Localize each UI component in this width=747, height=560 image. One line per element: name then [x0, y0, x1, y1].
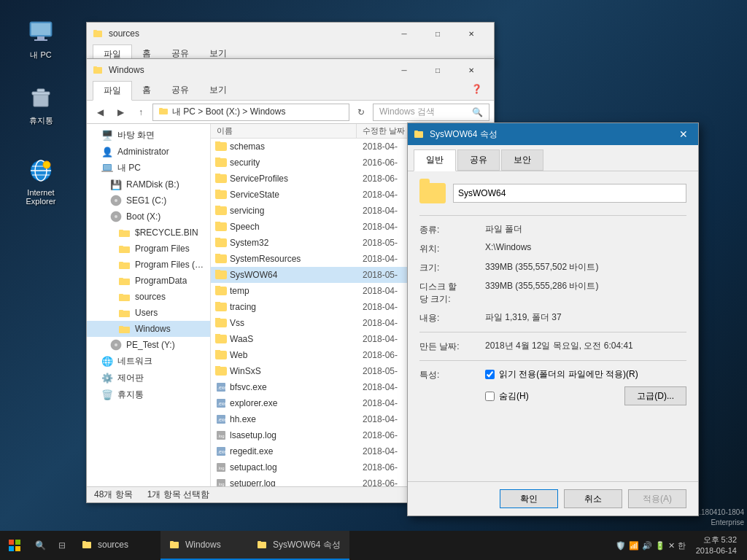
- dialog-tab-general[interactable]: 일반: [414, 149, 456, 171]
- cancel-button[interactable]: 취소: [564, 489, 622, 508]
- tray-close-icon[interactable]: ✕: [668, 541, 675, 551]
- sidebar-item-recycle[interactable]: $RECYCLE.BIN: [87, 225, 210, 241]
- search-box[interactable]: Windows 검색 🔍: [373, 104, 489, 121]
- sidebar-item-seg1[interactable]: SEG1 (C:): [87, 192, 210, 209]
- folder-icon-servicing: [215, 206, 227, 215]
- breadcrumb-folder-icon: [159, 107, 169, 117]
- sidebar-icon-desktop: 🖥️: [101, 130, 113, 141]
- sidebar-item-users[interactable]: Users: [87, 305, 210, 321]
- apply-button[interactable]: 적용(A): [628, 489, 686, 508]
- nav-up-button[interactable]: ↑: [132, 104, 150, 121]
- folder-icon-Vss: [215, 319, 227, 327]
- show-desktop-button[interactable]: [741, 531, 747, 560]
- taskbar-search-button[interactable]: 🔍: [29, 531, 51, 560]
- windows-tab-home[interactable]: 홈: [132, 81, 161, 100]
- sidebar-item-programfiles[interactable]: Program Files: [87, 241, 210, 257]
- checkbox-readonly[interactable]: [485, 370, 495, 379]
- windows-tab-file[interactable]: 파일: [93, 81, 132, 101]
- desktop-icon-recycle[interactable]: 휴지통: [15, 80, 67, 129]
- sidebar-icon-windows: [119, 323, 131, 335]
- taskbar-btn-dialog-label: SysWOW64 속성: [273, 539, 341, 551]
- refresh-button[interactable]: ↻: [352, 104, 370, 121]
- folder-icon-schemas: [215, 142, 227, 151]
- dialog-icon-name: [419, 183, 686, 203]
- sidebar-item-windows[interactable]: Windows: [87, 321, 210, 337]
- sidebar-label-seg1: SEG1 (C:): [126, 195, 166, 206]
- dialog-tab-share[interactable]: 공유: [457, 149, 500, 171]
- svg-rect-29: [119, 246, 123, 247]
- windows-minimize-button[interactable]: ─: [387, 59, 421, 81]
- sources-close-button[interactable]: ✕: [454, 23, 488, 44]
- taskbar-clock[interactable]: 오후 5:32 2018-06-14: [692, 534, 741, 557]
- sidebar-label-desktop: 바탕 화면: [117, 129, 155, 141]
- sidebar-item-control[interactable]: ⚙️제어판: [87, 370, 210, 386]
- address-path[interactable]: 내 PC > Boot (X:) > Windows: [152, 104, 349, 121]
- windows-maximize-button[interactable]: □: [421, 59, 454, 81]
- sidebar-item-sources[interactable]: sources: [87, 289, 210, 305]
- svg-rect-63: [82, 541, 86, 542]
- help-button[interactable]: ❓: [465, 81, 488, 100]
- sidebar-item-desktop[interactable]: 🖥️바탕 화면: [87, 127, 210, 144]
- file-icon-regedit.exe: .exe: [215, 446, 227, 457]
- dialog-tab-security[interactable]: 보안: [501, 149, 543, 171]
- taskbar-btn-sources-label: sources: [98, 540, 128, 550]
- sidebar-item-trash[interactable]: 🗑️휴지통: [87, 386, 210, 403]
- dialog-row-attr: 특성: 읽기 전용(폴더의 파일에만 적용)(R) 숨김(H) 고급(D)...: [419, 368, 686, 411]
- file-label-ServiceProfiles: ServiceProfiles: [230, 174, 288, 184]
- start-button[interactable]: [0, 531, 29, 560]
- sidebar-icon-control: ⚙️: [101, 373, 113, 384]
- svg-rect-28: [119, 246, 130, 253]
- file-name-servicing: servicing: [211, 206, 357, 216]
- desktop-icon-mypc[interactable]: 내 PC: [15, 15, 67, 63]
- file-name-SysWOW64: SysWOW64: [211, 270, 357, 280]
- file-label-servicing: servicing: [230, 206, 264, 216]
- file-label-schemas: schemas: [230, 141, 265, 152]
- checkbox-hidden[interactable]: [485, 392, 495, 401]
- breadcrumb: 내 PC > Boot (X:) > Windows: [172, 106, 285, 118]
- file-label-ServiceState: ServiceState: [230, 190, 279, 200]
- sidebar-item-network[interactable]: 🌐네트워크: [87, 353, 210, 370]
- desktop-icon-ie[interactable]: Internet Explorer: [15, 153, 67, 209]
- svg-rect-1: [31, 23, 50, 35]
- sidebar-label-petest: PE_Test (Y:): [126, 340, 175, 350]
- sources-maximize-button[interactable]: □: [421, 23, 454, 44]
- file-name-Web: Web: [211, 350, 357, 360]
- taskbar-taskview-button[interactable]: ⊟: [51, 531, 73, 560]
- dialog-footer: 확인 취소 적용(A): [408, 481, 698, 516]
- sidebar-item-programfilesx86[interactable]: Program Files (x86): [87, 257, 210, 273]
- taskbar-btn-dialog[interactable]: SysWOW64 속성: [248, 531, 349, 560]
- ok-button[interactable]: 확인: [500, 489, 558, 508]
- file-icon-setuperr.log: .log: [215, 478, 227, 486]
- dialog-close-button[interactable]: ✕: [675, 125, 692, 143]
- taskbar-btn-sources[interactable]: sources: [73, 531, 160, 560]
- sidebar-item-boot[interactable]: Boot (X:): [87, 209, 210, 225]
- file-label-regedit.exe: regedit.exe: [230, 446, 273, 456]
- windows-tab-view[interactable]: 보기: [199, 81, 237, 100]
- taskbar-btn-windows[interactable]: Windows: [160, 531, 248, 560]
- taskbar-date: 2018-06-14: [696, 545, 737, 556]
- dialog-label-attr: 특성:: [419, 368, 485, 411]
- svg-rect-57: [414, 131, 418, 132]
- sidebar-item-admin[interactable]: 👤Administrator: [87, 144, 210, 160]
- sidebar-item-ramdisk[interactable]: 💾RAMDisk (B:): [87, 176, 210, 192]
- svg-rect-15: [93, 67, 102, 74]
- col-header-name[interactable]: 이름: [211, 124, 357, 138]
- nav-back-button[interactable]: ◀: [91, 104, 109, 121]
- svg-rect-67: [258, 541, 261, 542]
- nav-forward-button[interactable]: ▶: [112, 104, 129, 121]
- windows-close-button[interactable]: ✕: [454, 59, 488, 81]
- sidebar-item-petest[interactable]: PE_Test (Y:): [87, 337, 210, 353]
- sources-minimize-button[interactable]: ─: [387, 23, 421, 44]
- file-label-WinSxS: WinSxS: [230, 366, 261, 376]
- file-name-temp: temp: [211, 286, 357, 296]
- sidebar-label-programfiles: Program Files: [135, 244, 190, 254]
- sidebar-item-programdata[interactable]: ProgramData: [87, 273, 210, 289]
- folder-name-input[interactable]: [453, 184, 686, 203]
- sidebar-label-users: Users: [135, 308, 158, 318]
- svg-rect-6: [37, 89, 44, 92]
- windows-tab-share[interactable]: 공유: [161, 81, 199, 100]
- sidebar-icon-recycle: [119, 227, 131, 238]
- svg-rect-59: [15, 540, 20, 545]
- sidebar-item-mypc[interactable]: 내 PC: [87, 160, 210, 176]
- advanced-button[interactable]: 고급(D)...: [624, 386, 686, 405]
